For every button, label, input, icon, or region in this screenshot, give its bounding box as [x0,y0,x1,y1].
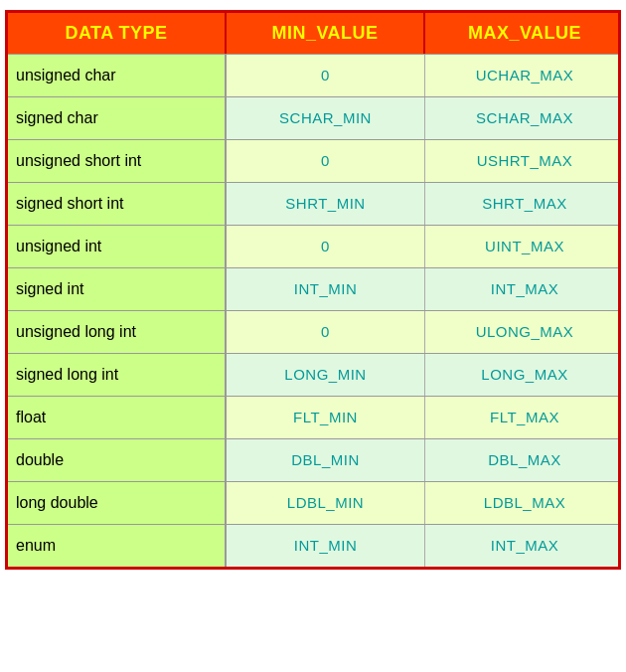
cell-min-value: INT_MIN [227,525,425,567]
table-row: signed charSCHAR_MINSCHAR_MAX [8,96,618,139]
cell-min-value: 0 [227,140,425,182]
cell-max-value: DBL_MAX [425,439,624,481]
table-row: long doubleLDBL_MINLDBL_MAX [8,481,618,524]
table-row: signed intINT_MININT_MAX [8,267,618,310]
table-row: unsigned long int0ULONG_MAX [8,310,618,353]
cell-min-value: 0 [227,311,425,353]
cell-max-value: USHRT_MAX [425,140,624,182]
table-row: doubleDBL_MINDBL_MAX [8,438,618,481]
cell-min-value: 0 [227,226,425,267]
cell-type: unsigned short int [8,140,227,182]
cell-type: float [8,397,227,438]
cell-max-value: LDBL_MAX [425,482,624,524]
cell-type: signed long int [8,354,227,396]
cell-min-value: 0 [227,55,425,96]
table-row: enumINT_MININT_MAX [8,524,618,567]
cell-max-value: UINT_MAX [425,226,624,267]
cell-type: long double [8,482,227,524]
cell-min-value: FLT_MIN [227,397,425,438]
cell-max-value: INT_MAX [425,525,624,567]
cell-type: signed int [8,268,227,310]
cell-min-value: LDBL_MIN [227,482,425,524]
cell-max-value: UCHAR_MAX [425,55,624,96]
table-row: signed long intLONG_MINLONG_MAX [8,353,618,396]
cell-type: enum [8,525,227,567]
table-body: unsigned char0UCHAR_MAXsigned charSCHAR_… [8,54,618,567]
cell-max-value: ULONG_MAX [425,311,624,353]
cell-type: unsigned long int [8,311,227,353]
cell-min-value: SCHAR_MIN [227,97,425,139]
data-types-table: DATA TYPE MIN_VALUE MAX_VALUE unsigned c… [5,10,621,570]
cell-max-value: LONG_MAX [425,354,624,396]
header-min-value: MIN_VALUE [227,13,425,54]
table-row: unsigned short int0USHRT_MAX [8,139,618,182]
cell-min-value: SHRT_MIN [227,183,425,225]
table-header: DATA TYPE MIN_VALUE MAX_VALUE [8,13,618,54]
cell-max-value: SHRT_MAX [425,183,624,225]
table-row: unsigned int0UINT_MAX [8,225,618,267]
cell-type: signed short int [8,183,227,225]
cell-min-value: LONG_MIN [227,354,425,396]
table-row: unsigned char0UCHAR_MAX [8,54,618,96]
cell-type: double [8,439,227,481]
cell-max-value: INT_MAX [425,268,624,310]
header-data-type: DATA TYPE [8,13,227,54]
table-row: floatFLT_MINFLT_MAX [8,396,618,438]
table-row: signed short intSHRT_MINSHRT_MAX [8,182,618,225]
cell-type: unsigned char [8,55,227,96]
cell-type: signed char [8,97,227,139]
cell-min-value: INT_MIN [227,268,425,310]
cell-max-value: FLT_MAX [425,397,624,438]
cell-type: unsigned int [8,226,227,267]
cell-max-value: SCHAR_MAX [425,97,624,139]
header-max-value: MAX_VALUE [425,13,624,54]
cell-min-value: DBL_MIN [227,439,425,481]
